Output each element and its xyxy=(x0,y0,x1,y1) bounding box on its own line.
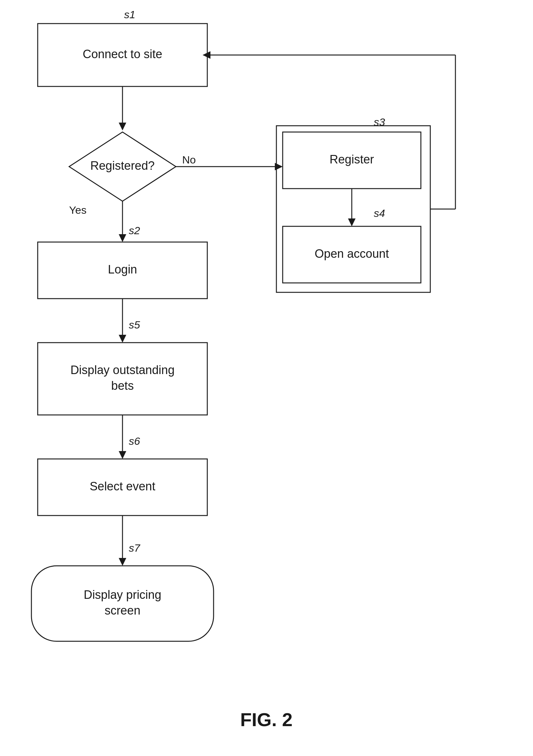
s5-box xyxy=(38,343,207,415)
s4-label: s4 xyxy=(374,207,385,219)
svg-marker-1 xyxy=(119,122,126,130)
no-label: No xyxy=(182,154,196,166)
s5-text-line1: Display outstanding xyxy=(70,364,175,377)
figure-title: FIG. 2 xyxy=(240,709,293,730)
svg-marker-13 xyxy=(119,335,126,343)
s2-text: Login xyxy=(108,263,137,276)
svg-marker-7 xyxy=(348,219,356,226)
s7-box xyxy=(31,566,214,641)
svg-marker-15 xyxy=(119,451,126,459)
s4-text: Open account xyxy=(315,247,389,260)
s7-label: s7 xyxy=(129,542,140,554)
s6-text: Select event xyxy=(89,480,156,493)
s1-text: Connect to site xyxy=(83,47,162,61)
s1-label: s1 xyxy=(124,9,135,20)
s5-text-line2: bets xyxy=(111,379,134,392)
s7-text-line1: Display pricing xyxy=(84,588,161,601)
svg-marker-17 xyxy=(119,558,126,566)
s3-text: Register xyxy=(329,153,374,166)
yes-label: Yes xyxy=(69,204,87,216)
s7-text-line2: screen xyxy=(105,604,140,617)
registered-text: Registered? xyxy=(90,159,155,172)
flowchart-diagram: s1 Connect to site Registered? No Yes s3… xyxy=(0,0,533,756)
svg-marker-5 xyxy=(119,234,126,242)
s2-label: s2 xyxy=(129,225,140,236)
s6-label: s6 xyxy=(129,435,140,447)
s5-label: s5 xyxy=(129,319,140,331)
